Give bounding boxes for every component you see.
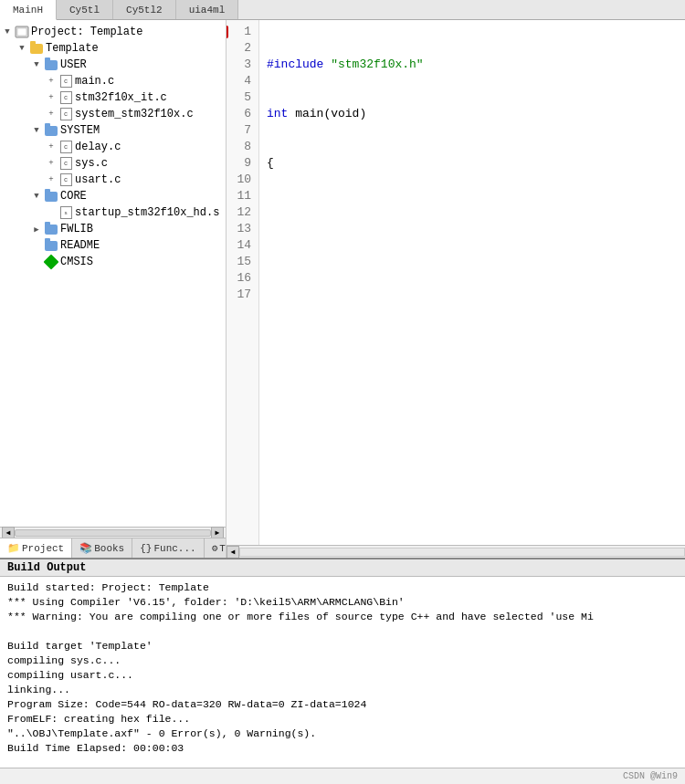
- line-num-7: 7: [230, 122, 255, 139]
- build-output-title: Build Output: [0, 559, 685, 577]
- cmsis-icon: [44, 255, 58, 269]
- build-line-4: [7, 624, 678, 639]
- tree-system-c[interactable]: + c system_stm32f10x.c: [0, 106, 226, 122]
- tree-hscroll[interactable]: ◀ ▶: [0, 527, 226, 538]
- sys-c-label: sys.c: [75, 157, 108, 170]
- system-folder-label: SYSTEM: [60, 124, 100, 137]
- expander-usart[interactable]: +: [44, 172, 58, 187]
- tab-project[interactable]: 📁 Project: [0, 538, 72, 558]
- main-c-label: main.c: [75, 75, 114, 88]
- code-panel: ✕ 1 2 3 4 5 6 7 8 9 10 11 12 13 14 15 16…: [227, 20, 685, 558]
- expander-main-c[interactable]: +: [44, 74, 58, 89]
- build-output-content[interactable]: Build started: Project: Template *** Usi…: [0, 577, 685, 768]
- code-area[interactable]: ✕ 1 2 3 4 5 6 7 8 9 10 11 12 13 14 15 16…: [227, 20, 685, 545]
- folder-system-icon: [44, 123, 58, 138]
- code-line-4: [267, 204, 678, 221]
- code-line-3: {: [267, 155, 678, 172]
- line-num-6: 6: [230, 106, 255, 122]
- line-num-16: 16: [230, 270, 255, 287]
- tree-startup-s[interactable]: + s startup_stm32f10x_hd.s: [0, 204, 226, 221]
- user-folder-label: USER: [60, 58, 87, 71]
- code-line-7: [267, 352, 678, 369]
- tab-3[interactable]: Cy5tl2: [113, 0, 176, 19]
- tab-func[interactable]: {} Func...: [132, 538, 204, 558]
- line-num-11: 11: [230, 188, 255, 204]
- tree-stm32-it-c[interactable]: + c stm32f10x_it.c: [0, 89, 226, 106]
- line-num-15: 15: [230, 254, 255, 270]
- expander-fwlib[interactable]: ▶: [29, 222, 44, 236]
- expander-stm32-it[interactable]: +: [44, 90, 58, 105]
- tree-readme-folder[interactable]: ▶ README: [0, 237, 226, 254]
- build-output-panel: Build Output Build started: Project: Tem…: [0, 558, 685, 768]
- expander-system-folder[interactable]: ▼: [29, 123, 44, 138]
- file-tree-panel: ▼ Project: Template ▼ Template: [0, 20, 227, 558]
- expander-root[interactable]: ▼: [0, 25, 15, 39]
- build-line-7: compiling usart.c...: [7, 668, 678, 683]
- temp-tab-icon: ⚙: [212, 542, 218, 554]
- tree-cmsis[interactable]: ▶ CMSIS: [0, 254, 226, 270]
- line-numbers: ✕ 1 2 3 4 5 6 7 8 9 10 11 12 13 14 15 16…: [227, 20, 259, 545]
- tree-fwlib-folder[interactable]: ▶ FWLIB: [0, 221, 226, 237]
- code-content[interactable]: #include "stm32f10x.h" int main(void) { …: [259, 20, 685, 545]
- tree-main-c[interactable]: + c main.c: [0, 73, 226, 89]
- expander-delay[interactable]: +: [44, 140, 58, 154]
- tree-usart-c[interactable]: + c usart.c: [0, 172, 226, 188]
- tree-bottom-tabs: 📁 Project 📚 Books {} Func... ⚙ Temp...: [0, 538, 226, 558]
- code-line-5: [267, 254, 678, 270]
- main-area: ▼ Project: Template ▼ Template: [0, 20, 685, 558]
- fwlib-label: FWLIB: [60, 223, 93, 235]
- cmsis-label: CMSIS: [60, 256, 93, 268]
- system-c-label: system_stm32f10x.c: [75, 108, 194, 120]
- tab-2[interactable]: Cy5tl: [57, 0, 113, 19]
- code-hscroll-track[interactable]: [239, 548, 685, 557]
- line-num-3: 3: [230, 57, 255, 73]
- status-bar: CSDN @Win9: [0, 768, 685, 784]
- line-num-10: 10: [230, 172, 255, 188]
- line-num-12: 12: [230, 204, 255, 221]
- line-num-2: 2: [230, 40, 255, 57]
- build-line-6: compiling sys.c...: [7, 653, 678, 668]
- tree-user-folder[interactable]: ▼ USER: [0, 57, 226, 73]
- folder-readme-icon: [44, 238, 58, 253]
- startup-s-icon: s: [58, 205, 73, 220]
- tree-sys-c[interactable]: + c sys.c: [0, 155, 226, 172]
- tree-template[interactable]: ▼ Template: [0, 40, 226, 57]
- code-line-10: [267, 500, 678, 517]
- usart-c-label: usart.c: [75, 173, 121, 186]
- tab-temp[interactable]: ⚙ Temp...: [205, 538, 226, 558]
- build-line-5: Build target 'Template': [7, 639, 678, 653]
- project-root-label: Project: Template: [31, 26, 142, 38]
- error-marker-1: ✕: [227, 26, 228, 38]
- tree-core-folder[interactable]: ▼ CORE: [0, 188, 226, 204]
- usart-c-icon: c: [58, 172, 73, 187]
- c-file3-icon: c: [58, 107, 73, 121]
- code-line-6: [267, 303, 678, 319]
- tab-books[interactable]: 📚 Books: [72, 538, 132, 558]
- core-folder-label: CORE: [60, 190, 87, 203]
- expander-core[interactable]: ▼: [29, 189, 44, 204]
- expander-template[interactable]: ▼: [15, 41, 29, 56]
- stm32-it-label: stm32f10x_it.c: [75, 91, 167, 104]
- tree-system-folder[interactable]: ▼ SYSTEM: [0, 122, 226, 139]
- file-tree-content[interactable]: ▼ Project: Template ▼ Template: [0, 20, 226, 527]
- tree-delay-c[interactable]: + c delay.c: [0, 139, 226, 155]
- code-line-9: [267, 451, 678, 467]
- build-line-3: *** Warning: You are compiling one or mo…: [7, 610, 678, 624]
- code-hscroll[interactable]: ◀: [227, 545, 685, 558]
- folder-template-icon: [29, 41, 44, 56]
- sys-c-icon: c: [58, 156, 73, 171]
- tab-4[interactable]: uia4ml: [176, 0, 239, 19]
- expander-system[interactable]: +: [44, 107, 58, 121]
- tree-root-project[interactable]: ▼ Project: Template: [0, 24, 226, 40]
- tab-mainh[interactable]: MainH: [0, 0, 57, 20]
- code-hscroll-left[interactable]: ◀: [227, 546, 239, 559]
- expander-user[interactable]: ▼: [29, 57, 44, 72]
- line-num-14: 14: [230, 237, 255, 254]
- line-num-1: ✕ 1: [230, 24, 255, 40]
- expander-sys[interactable]: +: [44, 156, 58, 171]
- folder-fwlib-icon: [44, 222, 58, 236]
- build-line-9: Program Size: Code=544 RO-data=320 RW-da…: [7, 697, 678, 712]
- line-num-17: 17: [230, 287, 255, 303]
- code-line-8: [267, 402, 678, 418]
- hscroll-track[interactable]: [15, 529, 211, 537]
